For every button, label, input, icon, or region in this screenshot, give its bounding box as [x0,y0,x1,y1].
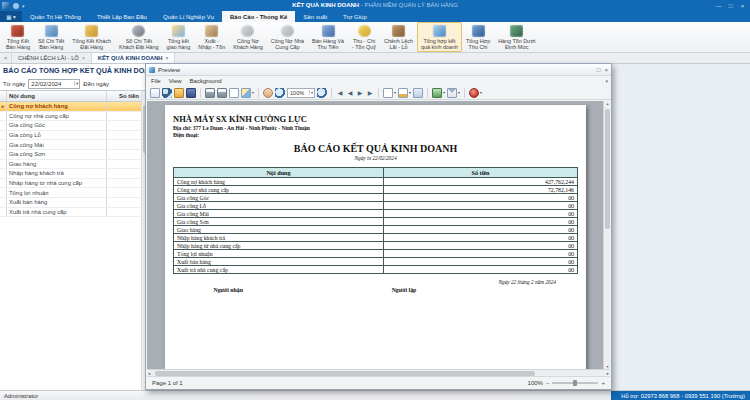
grid-row[interactable]: Công nợ nhà cung cấp [0,112,147,122]
background-icon[interactable] [241,88,251,98]
grid-cell-name: Nhập hàng khách trả [7,169,107,178]
page-color-icon[interactable] [398,88,408,98]
ribbon-button-5[interactable]: Xuất - Nhập - Tồn [194,22,229,52]
sales-cash-icon [322,25,335,37]
doc-tab-1[interactable]: KẾT QUẢ KINH DOANH× [92,53,176,63]
zoom-in-button[interactable]: + [601,380,605,386]
preview-vertical-scrollbar[interactable]: ▴ ▾ [603,101,610,369]
background-icon-dropdown[interactable]: ▾ [252,90,254,95]
grid-row[interactable]: Nhập hàng khách trả [0,169,147,179]
page-color-icon-dropdown[interactable]: ▾ [409,90,411,95]
grid-row[interactable]: Nhập hàng từ nhà cung cấp [0,179,147,189]
grid-row[interactable]: Gia công Lỗ [0,131,147,141]
close-preview-icon[interactable] [469,88,479,98]
date-dropdown-icon[interactable]: ▾ [74,81,79,86]
ribbon-toolbar: Tổng Kết Bán HàngSố Chi Tiết Bán HàngTổn… [0,22,750,53]
page-status: Page 1 of 1 [152,380,183,386]
zoom-combo-dropdown-icon[interactable]: ▾ [309,90,314,95]
report-cell-name: Gia công Lỗ [174,202,384,210]
report-printed-date: Ngày in 22/02/2024 [173,155,578,161]
ribbon-button-9[interactable]: Thu - Chi - Tồn Quỹ [348,22,380,52]
preview-menu-file[interactable]: File [151,78,161,84]
email-icon[interactable] [447,88,457,98]
doc-tab-0[interactable]: CHÊNH LỆCH LÃI - LỖ× [12,53,92,63]
prev-page-icon[interactable]: ◀ [346,89,354,96]
menu-item-3[interactable]: Báo Cáo - Thống Kê [222,11,295,22]
grid-header-noidung[interactable]: Nội dung [7,91,107,101]
ribbon-button-0[interactable]: Tổng Kết Bán Hàng [2,22,34,52]
grid-cell-value [107,102,141,111]
grid-row[interactable]: Gia công Mái [0,140,147,150]
watermark-icon[interactable] [413,88,423,98]
ribbon-button-7[interactable]: Công Nợ Nhà Cung Cấp [267,22,308,52]
zoom-combo[interactable]: 100%▾ [287,88,315,98]
grid-header-sotien[interactable]: Số tiền [107,91,141,101]
search-icon[interactable] [162,88,172,98]
thumbnails-icon[interactable] [150,88,160,98]
preview-titlebar[interactable]: Preview □ × [146,64,611,76]
magnifier-icon[interactable] [275,88,285,98]
menu-item-1[interactable]: Thiết Lập Ban Đầu [89,11,155,22]
grid-row[interactable]: Xuất bán hàng [0,198,147,208]
logged-in-user: Administrator [0,393,38,399]
zoom-slider[interactable] [552,382,598,384]
ribbon-button-8[interactable]: Bán Hàng Và Thu Tiền [308,22,348,52]
report-cell-value: 00 [384,250,578,258]
menu-item-0[interactable]: Quản Trị Hệ Thống [22,11,89,22]
toolbar-options-icon[interactable]: ▾ [605,78,608,84]
ribbon-button-1[interactable]: Số Chi Tiết Bán Hàng [34,22,68,52]
orders-detail-icon [132,25,145,37]
ribbon-button-2[interactable]: Tổng Kết Khách Đặt Hàng [68,22,115,52]
grid-row[interactable]: Gia công Sơn [0,150,147,160]
page-setup-icon[interactable] [229,88,239,98]
grid-row[interactable]: Xuất trả nhà cung cấp [0,208,147,218]
menu-item-5[interactable]: Trợ Giúp [335,11,375,22]
print-icon[interactable] [205,88,215,98]
tab-close-icon[interactable]: × [166,55,169,61]
grid-header-row: Nội dung Số tiền [0,91,147,102]
open-icon[interactable] [174,88,184,98]
from-date-input[interactable]: 22/02/2024▾ [28,79,80,89]
close-preview-icon-dropdown[interactable]: ▾ [480,90,482,95]
preview-close-button[interactable]: × [604,67,608,73]
next-page-icon[interactable]: ▶ [356,89,364,96]
zoom-in-icon[interactable] [317,88,327,98]
quick-print-icon[interactable] [217,88,227,98]
scroll-up-icon[interactable]: ▴ [604,101,610,106]
multi-page-icon[interactable] [383,88,393,98]
grid-cell-value [107,208,141,217]
export-icon-dropdown[interactable]: ▾ [443,90,445,95]
ribbon-button-13[interactable]: Hàng Tồn Dưới Định Mức [494,22,539,52]
menu-item-2[interactable]: Quản Lí Nghiệp Vụ [155,11,222,22]
grid-row[interactable]: Giao hàng [0,160,147,170]
save-icon[interactable] [186,88,196,98]
multi-page-icon-dropdown[interactable]: ▾ [394,90,396,95]
ribbon-button-11[interactable]: Tổng hợp kết quả kinh doanh [417,22,462,52]
grid-cell-name: Công nợ nhà cung cấp [7,112,107,121]
ribbon-button-10[interactable]: Chênh Lệch Lãi - Lỗ [380,22,417,52]
last-page-icon[interactable]: ▶ [366,89,374,96]
report-grid: Nội dung Số tiền ▸Công nợ khách hàngCông… [0,90,147,217]
support-hotline: Hỗ trợ: 02973 868 968 - 0939 551 190 (Tr… [611,391,750,400]
grid-row[interactable]: ▸Công nợ khách hàng [0,102,147,112]
export-icon[interactable] [432,88,442,98]
email-icon-dropdown[interactable]: ▾ [458,90,460,95]
toolbar-separator [427,88,428,98]
tabbar-close-icon[interactable]: × [0,53,12,63]
hand-tool-icon[interactable] [263,88,273,98]
ribbon-button-3[interactable]: Số Chi Tiết Khách Đặt Hàng [115,22,163,52]
grid-row[interactable]: Tổng lợi nhuận [0,188,147,198]
preview-maximize-button[interactable]: □ [597,67,601,73]
menu-item-4[interactable]: Sản xuất [295,11,335,22]
preview-horizontal-scrollbar[interactable]: ◂ ▸ [147,369,610,376]
tab-close-icon[interactable]: × [82,55,85,61]
grid-row[interactable]: Gia công Góc [0,121,147,131]
preview-menu-view[interactable]: View [169,78,182,84]
ribbon-button-4[interactable]: Tổng kết giao hàng [163,22,195,52]
first-page-icon[interactable]: ◀ [336,89,344,96]
preview-menu-background[interactable]: Background [190,78,222,84]
app-menu-button[interactable]: ▦ ▾ [0,11,22,22]
zoom-out-button[interactable]: − [546,380,550,386]
ribbon-button-6[interactable]: Công Nợ Khách Hàng [229,22,267,52]
ribbon-button-12[interactable]: Tổng Hợp Thu Chi [462,22,494,52]
